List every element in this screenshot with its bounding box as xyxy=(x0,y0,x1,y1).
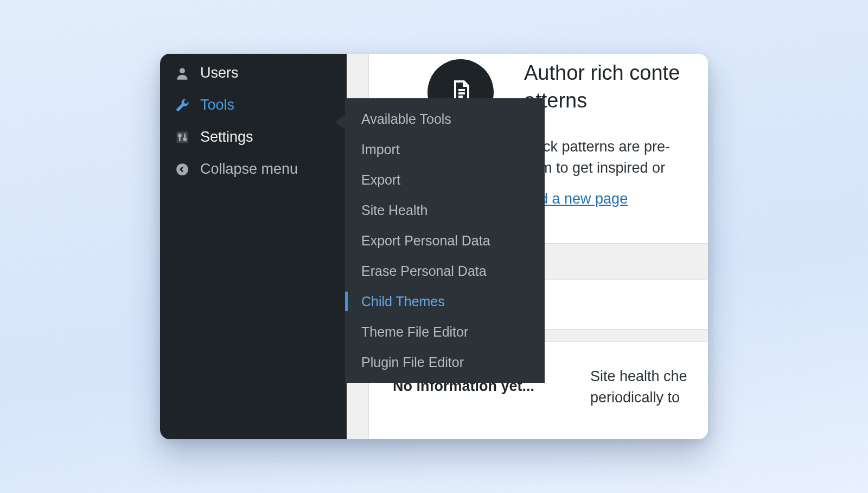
sidebar-item-label: Settings xyxy=(200,129,253,146)
site-health-description: Site health che periodically to xyxy=(590,366,708,408)
submenu-item-theme-file-editor[interactable]: Theme File Editor xyxy=(345,317,545,347)
submenu-item-label: Available Tools xyxy=(361,111,451,127)
submenu-item-export[interactable]: Export xyxy=(345,165,545,195)
svg-point-5 xyxy=(184,138,186,140)
submenu-item-label: Import xyxy=(361,142,400,157)
sidebar-item-label: Tools xyxy=(200,97,234,113)
submenu-item-label: Plugin File Editor xyxy=(361,355,464,370)
submenu-item-label: Child Themes xyxy=(361,294,445,309)
submenu-item-import[interactable]: Import xyxy=(345,134,545,165)
tools-submenu: Available Tools Import Export Site Healt… xyxy=(345,98,545,383)
admin-sidebar: Users Tools Settings xyxy=(160,54,347,439)
hero-description: lock patterns are pre- em to get inspire… xyxy=(532,136,708,179)
submenu-item-label: Theme File Editor xyxy=(361,324,468,339)
hero-title-line1: Author rich conte xyxy=(524,61,680,84)
site-health-line2: periodically to xyxy=(590,389,680,406)
hero-sub-line2: em to get inspired or xyxy=(532,160,665,176)
admin-window: Users Tools Settings xyxy=(160,54,708,439)
hero-sub-line1: lock patterns are pre- xyxy=(532,138,670,155)
submenu-item-available-tools[interactable]: Available Tools xyxy=(345,104,545,134)
sidebar-item-label: Users xyxy=(200,65,239,81)
sidebar-item-users[interactable]: Users xyxy=(160,57,347,89)
collapse-icon xyxy=(174,161,190,178)
submenu-item-site-health[interactable]: Site Health xyxy=(345,195,545,225)
site-health-line1: Site health che xyxy=(590,368,687,384)
sidebar-item-label: Collapse menu xyxy=(200,161,298,178)
sidebar-item-settings[interactable]: Settings xyxy=(160,121,347,153)
svg-point-0 xyxy=(180,68,185,73)
flyout-pointer xyxy=(335,115,345,130)
user-icon xyxy=(174,65,190,81)
svg-rect-1 xyxy=(177,131,188,143)
submenu-item-export-personal-data[interactable]: Export Personal Data xyxy=(345,225,545,256)
wrench-icon xyxy=(174,97,190,113)
submenu-item-label: Export xyxy=(361,172,400,187)
hero-heading: Author rich conte atterns xyxy=(524,59,708,115)
sliders-icon xyxy=(174,129,190,146)
add-new-page-link[interactable]: dd a new page xyxy=(532,191,628,207)
submenu-item-label: Site Health xyxy=(361,203,427,218)
submenu-item-erase-personal-data[interactable]: Erase Personal Data xyxy=(345,256,545,286)
submenu-item-plugin-file-editor[interactable]: Plugin File Editor xyxy=(345,347,545,377)
submenu-item-label: Erase Personal Data xyxy=(361,263,487,279)
svg-point-3 xyxy=(178,134,181,136)
sidebar-item-tools[interactable]: Tools xyxy=(160,89,347,121)
sidebar-item-collapse[interactable]: Collapse menu xyxy=(160,153,347,185)
submenu-item-child-themes[interactable]: Child Themes xyxy=(345,286,545,317)
link-text: dd a new page xyxy=(532,191,628,207)
submenu-item-label: Export Personal Data xyxy=(361,233,490,248)
svg-point-6 xyxy=(176,163,188,175)
